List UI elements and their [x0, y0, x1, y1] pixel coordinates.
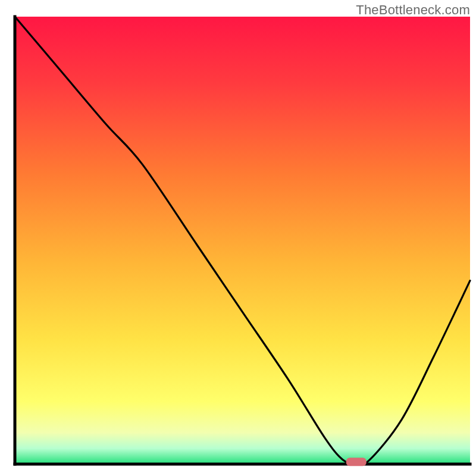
optimal-marker: [346, 458, 367, 466]
bottleneck-chart: [0, 0, 476, 476]
chart-container: TheBottleneck.com: [0, 0, 476, 476]
watermark-text: TheBottleneck.com: [356, 2, 470, 18]
plot-background: [15, 17, 470, 464]
